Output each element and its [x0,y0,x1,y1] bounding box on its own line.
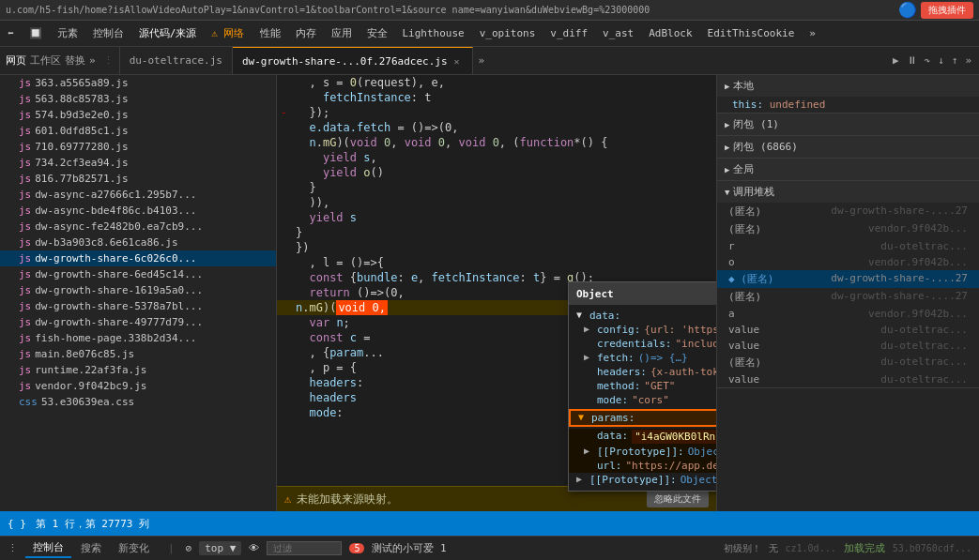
tree-params-section[interactable]: ▼ params: [569,409,716,427]
tree-params-data[interactable]: ▶ data: "i4aGW0KB0lRn6MBDfu/thRGTH4WL... [569,429,716,445]
file-item[interactable]: jsdw-growth-share-1619a5a0... [0,282,276,298]
url-bar[interactable]: u.com/h5-fish/home?isAllowVideoAutoPlay=… [6,5,898,15]
file-item[interactable]: jsfish-home-page.338b2d34... [0,330,276,346]
tab-workspace[interactable]: 工作区 [30,53,61,68]
tree-config[interactable]: ▶ config: {url: 'https://app.dewu.com/h.… [569,323,716,337]
menu-elements[interactable]: 元素 [50,23,85,44]
file-item[interactable]: js734.2cf3ea94.js [0,155,276,171]
menu-more[interactable]: » [802,23,823,43]
file-item[interactable]: jsdw-growth-share-5378a7bl... [0,298,276,314]
callstack-item[interactable]: valuedu-oteltrac... [717,371,979,387]
tab-action-step-out[interactable]: ↑ [950,53,960,68]
section-global-header[interactable]: ▶ 全局 [717,159,979,180]
file-item[interactable]: js816.77b82571.js [0,171,276,187]
tab-more[interactable]: » [89,54,96,67]
file-item[interactable]: jsdw-b3a903c8.6e61ca86.js [0,235,276,250]
tab-changes[interactable]: 新变化 [111,539,157,557]
menu-sources[interactable]: 源代码/来源 [131,23,205,44]
file-item[interactable]: js363.a5565a89.js [0,75,276,91]
tab-action-more2[interactable]: » [963,53,973,68]
tree-arrow-fetch[interactable]: ▶ [584,352,593,362]
tab-console[interactable]: 控制台 [25,538,71,558]
callstack-item[interactable]: ovendor.9f042b... [717,254,979,270]
file-item[interactable]: jsvendor.9f042bc9.js [0,378,276,394]
tree-arrow-params[interactable]: ▼ [578,412,588,422]
callstack-item[interactable]: rdu-oteltrac... [717,238,979,254]
menu-console[interactable]: 控制台 [85,23,131,44]
menu-adblock[interactable]: AdBlock [641,23,699,43]
section-closure2-header[interactable]: ▶ 闭包 (6866) [717,136,979,158]
code-area[interactable]: , s = 0(request), e, fetchInstance: t - … [277,75,716,511]
menu-lighthouse[interactable]: Lighthouse [395,23,472,43]
section-closure1-header[interactable]: ▶ 闭包 (1) [717,114,979,135]
file-icon: js [19,220,31,233]
file-list[interactable]: js363.a5565a89.js js563.88c85783.js js57… [0,75,277,511]
file-item-css[interactable]: css53.e30639ea.css [0,394,276,410]
file-item[interactable]: jsdw-growth-share-49777d79... [0,314,276,330]
console-clear-icon[interactable]: ⊘ [186,542,192,554]
callstack-item[interactable]: valuedu-oteltrac... [717,338,979,354]
tree-params-url[interactable]: ▶ url: "https://app.dewu.com/hacking-fi.… [569,459,716,473]
file-item[interactable]: jsruntime.22af3fa.js [0,362,276,378]
file-item[interactable]: jsdw-growth-share-6ed45c14... [0,266,276,282]
tree-method[interactable]: ▶ method: "GET" [569,379,716,393]
tree-arrow-config[interactable]: ▶ [584,324,593,334]
menu-vdiff[interactable]: v_diff [543,23,595,43]
tab-growth-share[interactable]: dw-growth-share-...0f.276adcec.js ✕ [233,47,473,74]
section-callstack-header[interactable]: ▼ 调用堆栈 [717,181,979,203]
file-item[interactable]: js601.0dfd85c1.js [0,123,276,139]
tree-fetch[interactable]: ▶ fetch: ()=> {…} [569,351,716,365]
menu-performance[interactable]: 性能 [252,23,288,44]
file-item[interactable]: jsdw-async-a27666c1.295b7... [0,187,276,203]
tab-more-btn[interactable]: » [473,54,491,67]
file-item[interactable]: jsmain.8e076c85.js [0,346,276,362]
tab-action-step-over[interactable]: ↷ [923,53,933,68]
tree-data-section[interactable]: ▼ data: [569,309,716,323]
menu-editcookie[interactable]: EditThisCookie [700,23,803,43]
ignore-file-button[interactable]: 忽略此文件 [647,491,709,507]
menu-memory[interactable]: 内存 [288,23,324,44]
file-item[interactable]: jsdw-async-bde4f86c.b4103... [0,203,276,219]
menu-vopitons[interactable]: v_opitons [472,23,543,43]
drag-button[interactable]: 拖拽插件 [921,2,973,19]
tree-arrow-pproto[interactable]: ▶ [584,446,593,456]
tab-replace[interactable]: 替换 [65,53,85,68]
callstack-item[interactable]: valuedu-oteltrac... [717,322,979,338]
console-eye-icon[interactable]: 👁 [249,542,259,554]
callstack-item[interactable]: avendor.9f042b... [717,306,979,322]
tab-webpage[interactable]: 网页 [6,53,26,68]
tree-headers[interactable]: ▶ headers: {x-auth-token: 'Bearer eyJh..… [569,365,716,379]
file-item[interactable]: js563.88c85783.js [0,91,276,107]
console-filter-input[interactable] [267,541,342,555]
menu-application[interactable]: 应用 [324,23,359,44]
callstack-item[interactable]: (匿名)vendor.9f042b... [717,220,979,238]
callstack-item[interactable]: (匿名)du-oteltrac... [717,354,979,371]
file-item[interactable]: jsdw-async-fe2482b0.ea7cb9... [0,219,276,235]
callstack-item-selected[interactable]: ◆ (匿名)dw-growth-share-....27 [717,270,979,288]
tab-oteltrace[interactable]: du-oteltrace.js [120,47,233,74]
tree-params-proto[interactable]: ▶ [[Prototype]]: Object [569,445,716,459]
tree-mode[interactable]: ▶ mode: "cors" [569,393,716,407]
tab-action-play[interactable]: ▶ [891,53,901,68]
callstack-item[interactable]: (匿名)dw-growth-share-....27 [717,288,979,306]
file-item[interactable]: js710.69777280.js [0,139,276,155]
tree-arrow-rproto[interactable]: ▶ [576,474,586,484]
menu-inspect[interactable]: 🔲 [22,23,50,43]
tab-close-icon[interactable]: ✕ [451,55,463,68]
bottom-bar-dots[interactable]: ⋮ [8,542,18,554]
section-local-header[interactable]: ▶ 本地 [717,75,979,97]
callstack-item[interactable]: (匿名)dw-growth-share-....27 [717,203,979,220]
file-item-selected[interactable]: jsdw-growth-share-6c026c0... [0,250,276,266]
tree-root-proto[interactable]: ▶ [[Prototype]]: Object [569,473,716,487]
tree-credentials[interactable]: ▶ credentials: "include" credenti [569,337,716,351]
tab-action-pause[interactable]: ⏸ [905,53,919,68]
tab-search[interactable]: 搜索 [73,539,109,557]
menu-back[interactable]: ⬅ [0,23,22,43]
file-item[interactable]: js574.b9d3e2e0.js [0,107,276,123]
menu-network[interactable]: ⚠ 网络 [204,23,252,44]
tree-arrow-data[interactable]: ▼ [576,310,586,320]
menu-security[interactable]: 安全 [359,23,395,44]
menu-vast[interactable]: v_ast [595,23,641,43]
console-top-label[interactable]: top ▼ [199,541,241,555]
tab-action-step-in[interactable]: ↓ [936,53,946,68]
